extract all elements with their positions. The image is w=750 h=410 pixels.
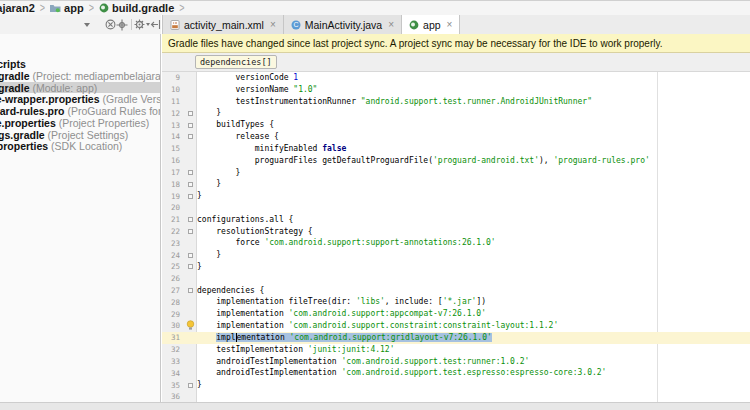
tree-item[interactable]: settings.gradle (Project Settings) — [0, 129, 160, 141]
locate-file-icon[interactable] — [116, 18, 128, 32]
android-module-folder-icon — [50, 4, 61, 13]
line-number: 35 — [162, 381, 183, 390]
tab-app-gradle[interactable]: app × — [402, 15, 460, 34]
tree-item[interactable]: local.properties (SDK Location) — [0, 141, 160, 153]
code-text: implementation 'com.android.support:grid… — [197, 332, 750, 344]
fold-marker[interactable] — [183, 123, 197, 128]
fold-marker[interactable] — [183, 111, 197, 116]
fold-marker[interactable] — [183, 134, 197, 139]
tree-item[interactable]: Gradle Scripts — [0, 58, 160, 70]
fold-marker[interactable] — [183, 253, 197, 258]
gradle-file-icon — [99, 3, 109, 13]
code-text: } — [197, 249, 750, 261]
breadcrumb-project-label: mediapembelajaran2 — [0, 2, 35, 14]
tree-item[interactable]: build.gradle (Module: app) — [0, 82, 160, 94]
line-number: 14 — [162, 132, 183, 141]
tree-item-note: (SDK Location) — [48, 140, 122, 152]
tree-item-note: (Project Settings) — [45, 129, 128, 141]
code-line[interactable]: 33 androidTestImplementation 'com.androi… — [162, 356, 750, 368]
code-line[interactable]: 18 } — [162, 178, 750, 190]
tree-item[interactable]: gradle-wrapper.properties (Gradle Versio… — [0, 93, 160, 105]
tree-item-note: (Project Properties) — [56, 117, 149, 129]
code-line[interactable]: 12 } — [162, 107, 750, 119]
intention-bulb-icon[interactable] — [183, 320, 197, 331]
line-number: 27 — [162, 286, 183, 295]
line-number: 26 — [162, 274, 183, 283]
fold-marker[interactable] — [183, 194, 197, 199]
tree-item-note: (Project: mediapembelajaran2) — [30, 70, 161, 82]
close-icon[interactable]: × — [270, 19, 276, 30]
line-number: 28 — [162, 298, 183, 307]
code-line[interactable]: 27dependencies { — [162, 285, 750, 297]
code-text: } — [197, 107, 750, 119]
code-line[interactable]: 16 proguardFiles getDefaultProguardFile(… — [162, 155, 750, 167]
code-line[interactable]: 30 implementation 'com.android.support.c… — [162, 320, 750, 332]
code-line[interactable]: 35} — [162, 379, 750, 391]
line-number: 11 — [162, 97, 183, 106]
code-line[interactable]: 14 release { — [162, 131, 750, 143]
fold-marker[interactable] — [183, 229, 197, 234]
tree-item[interactable]: proguard-rules.pro (ProGuard Rules for a… — [0, 105, 160, 117]
editor-context-bar: dependencies[] — [162, 53, 750, 72]
tree-item-note: (Module: app) — [30, 82, 98, 94]
fold-marker[interactable] — [183, 182, 197, 187]
fold-marker[interactable] — [183, 170, 197, 175]
code-line[interactable]: 13 buildTypes { — [162, 119, 750, 131]
code-line[interactable]: 24 } — [162, 249, 750, 261]
code-line[interactable]: 23 force 'com.android.support:support-an… — [162, 237, 750, 249]
tab-label: MainActivity.java — [305, 19, 382, 31]
code-line[interactable]: 25} — [162, 261, 750, 273]
line-number: 21 — [162, 215, 183, 224]
code-line[interactable]: 21configurations.all { — [162, 214, 750, 226]
code-text: } — [197, 261, 750, 273]
code-line[interactable]: 32 testImplementation 'junit:junit:4.12' — [162, 344, 750, 356]
line-number: 13 — [162, 121, 183, 130]
hide-panel-icon[interactable] — [150, 18, 161, 32]
chevron-separator-icon: > — [40, 1, 45, 15]
line-number: 20 — [162, 203, 183, 212]
code-text: implementation fileTree(dir: 'libs', inc… — [197, 296, 750, 308]
code-text: versionCode 1 — [197, 72, 750, 84]
tree-item[interactable]: build.gradle (Project: mediapembelajaran… — [0, 70, 160, 82]
code-line[interactable]: 28 implementation fileTree(dir: 'libs', … — [162, 296, 750, 308]
code-line[interactable]: 34 androidTestImplementation 'com.androi… — [162, 367, 750, 379]
tab-activity-main-xml[interactable]: activity_main.xml × — [162, 15, 284, 34]
code-line[interactable]: 22 resolutionStrategy { — [162, 226, 750, 238]
code-line[interactable]: 20 — [162, 202, 750, 214]
chevron-separator-icon: > — [89, 1, 94, 15]
close-icon[interactable]: × — [447, 19, 453, 30]
view-options-dropdown[interactable] — [84, 18, 91, 32]
code-line[interactable]: 9 versionCode 1 — [162, 72, 750, 84]
code-line[interactable]: 17 } — [162, 167, 750, 179]
code-line[interactable]: 29 implementation 'com.android.support:a… — [162, 308, 750, 320]
code-line[interactable]: 11 testInstrumentationRunner "android.su… — [162, 96, 750, 108]
code-line[interactable]: 10 versionName "1.0" — [162, 84, 750, 96]
line-number: 29 — [162, 310, 183, 319]
fold-marker[interactable] — [183, 383, 197, 388]
breadcrumb-file[interactable]: build.gradle — [99, 2, 174, 14]
breadcrumb-app[interactable]: app — [50, 2, 84, 14]
collapse-all-icon[interactable] — [105, 18, 116, 32]
code-editor[interactable]: 9 versionCode 110 versionName "1.0"11 te… — [162, 72, 750, 402]
tree-item[interactable]: gradle.properties (Project Properties) — [0, 117, 160, 129]
code-text: testImplementation 'junit:junit:4.12' — [197, 344, 750, 356]
code-text: dependencies { — [197, 285, 750, 297]
code-line[interactable]: 31 implementation 'com.android.support:g… — [162, 332, 750, 344]
code-line[interactable]: 19} — [162, 190, 750, 202]
fold-marker[interactable] — [183, 217, 197, 222]
code-line[interactable]: 26 — [162, 273, 750, 285]
breadcrumb-project[interactable]: mediapembelajaran2 — [0, 2, 35, 14]
code-line[interactable]: 36 — [162, 391, 750, 402]
close-icon[interactable]: × — [388, 19, 394, 30]
fold-marker[interactable] — [183, 288, 197, 293]
fold-marker[interactable] — [183, 264, 197, 269]
line-number: 12 — [162, 109, 183, 118]
code-line[interactable]: 15 minifyEnabled false — [162, 143, 750, 155]
tree-item-name: local.properties — [0, 140, 48, 152]
tab-mainactivity-java[interactable]: C MainActivity.java × — [284, 15, 402, 34]
gradle-file-icon — [409, 20, 419, 30]
code-text: release { — [197, 131, 750, 143]
breadcrumb-app-label: app — [64, 2, 84, 14]
settings-gear-icon[interactable] — [134, 18, 150, 32]
line-number: 10 — [162, 85, 183, 94]
